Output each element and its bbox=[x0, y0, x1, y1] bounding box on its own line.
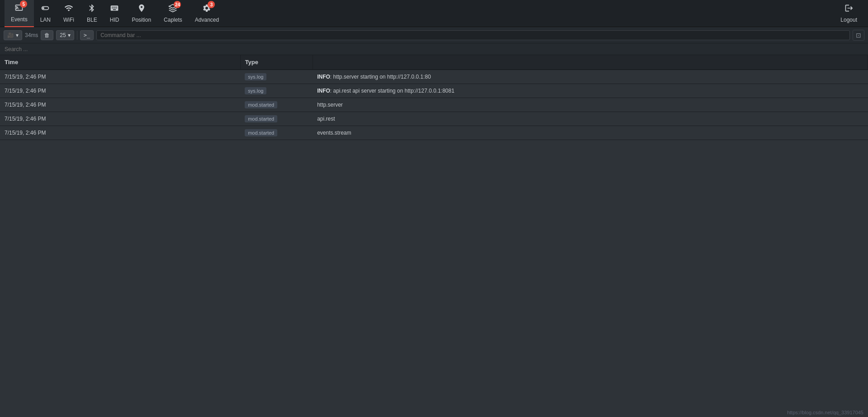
table-row[interactable]: 7/15/19, 2:46 PMmod.startedhttp.server bbox=[0, 98, 868, 112]
count-dropdown-icon: ▾ bbox=[68, 32, 71, 38]
nav-label-events: Events bbox=[11, 16, 28, 23]
bluetooth-icon bbox=[87, 4, 96, 15]
events-badge: 5 bbox=[20, 0, 27, 8]
cell-message: api.rest bbox=[313, 112, 868, 126]
nav-label-ble: BLE bbox=[87, 17, 97, 23]
nav-label-advanced: Advanced bbox=[195, 17, 219, 23]
nav-label-lan: LAN bbox=[40, 17, 51, 23]
terminal-prompt-icon: >_ bbox=[84, 32, 90, 38]
filter-dropdown-icon: ▾ bbox=[16, 32, 19, 38]
trash-icon: 🗑 bbox=[44, 32, 50, 38]
expand-icon: ⊡ bbox=[856, 32, 861, 39]
count-value: 25 bbox=[60, 32, 66, 38]
wifi-icon bbox=[64, 4, 73, 15]
nav-item-caplets[interactable]: 24 Caplets bbox=[157, 0, 189, 27]
message-bold: INFO bbox=[317, 74, 330, 80]
advanced-badge: 3 bbox=[208, 1, 215, 8]
caplets-icon: 24 bbox=[168, 4, 177, 15]
cell-time: 7/15/19, 2:46 PM bbox=[0, 126, 240, 140]
message-bold: INFO bbox=[317, 88, 330, 94]
latency-display: 34ms bbox=[25, 32, 38, 38]
search-input[interactable] bbox=[5, 46, 95, 52]
terminal-icon: 5 bbox=[14, 3, 24, 14]
events-table: Time Type 7/15/19, 2:46 PMsys.logINFO: h… bbox=[0, 55, 868, 140]
camera-icon: 🎥 bbox=[7, 32, 14, 38]
keyboard-icon bbox=[110, 4, 119, 15]
col-time: Time bbox=[0, 55, 240, 70]
cell-time: 7/15/19, 2:46 PM bbox=[0, 84, 240, 98]
nav-item-events[interactable]: 5 Events bbox=[5, 0, 34, 27]
type-tag: mod.started bbox=[245, 101, 277, 108]
caplets-badge: 24 bbox=[174, 1, 181, 8]
cell-type: sys.log bbox=[240, 84, 313, 98]
nav-item-position[interactable]: Position bbox=[125, 0, 157, 27]
type-tag: mod.started bbox=[245, 129, 277, 136]
nav-label-wifi: WiFi bbox=[63, 17, 74, 23]
logout-icon bbox=[844, 4, 854, 15]
cell-message: events.stream bbox=[313, 126, 868, 140]
type-tag: sys.log bbox=[245, 73, 266, 80]
navbar: 5 Events LAN WiFi BLE HID Position bbox=[0, 0, 868, 27]
clear-button[interactable]: 🗑 bbox=[41, 30, 53, 40]
toolbar: 🎥 ▾ 34ms 🗑 25 ▾ >_ ⊡ bbox=[0, 27, 868, 43]
cell-time: 7/15/19, 2:46 PM bbox=[0, 112, 240, 126]
position-icon bbox=[137, 4, 146, 15]
nav-item-wifi[interactable]: WiFi bbox=[57, 0, 81, 27]
footer: https://blog.csdn.net/qq_33917045 bbox=[783, 408, 868, 417]
count-button[interactable]: 25 ▾ bbox=[56, 30, 74, 40]
events-table-container: Time Type 7/15/19, 2:46 PMsys.logINFO: h… bbox=[0, 55, 868, 140]
nav-item-ble[interactable]: BLE bbox=[81, 0, 104, 27]
logout-button[interactable]: Logout bbox=[834, 0, 863, 27]
cell-message: http.server bbox=[313, 98, 868, 112]
cell-type: sys.log bbox=[240, 70, 313, 84]
table-row[interactable]: 7/15/19, 2:46 PMmod.startedevents.stream bbox=[0, 126, 868, 140]
table-row[interactable]: 7/15/19, 2:46 PMsys.logINFO: api.rest ap… bbox=[0, 84, 868, 98]
col-type: Type bbox=[240, 55, 313, 70]
cell-message: INFO: http.server starting on http://127… bbox=[313, 70, 868, 84]
cell-type: mod.started bbox=[240, 112, 313, 126]
terminal-button[interactable]: >_ bbox=[80, 30, 94, 40]
gear-icon: 3 bbox=[202, 4, 211, 15]
cell-time: 7/15/19, 2:46 PM bbox=[0, 98, 240, 112]
search-bar bbox=[0, 43, 868, 55]
cell-message: INFO: api.rest api server starting on ht… bbox=[313, 84, 868, 98]
expand-button[interactable]: ⊡ bbox=[853, 30, 864, 41]
toolbar-divider bbox=[77, 31, 77, 40]
filter-button[interactable]: 🎥 ▾ bbox=[4, 30, 22, 40]
table-header-row: Time Type bbox=[0, 55, 868, 70]
nav-item-lan[interactable]: LAN bbox=[34, 0, 57, 27]
nav-label-caplets: Caplets bbox=[164, 17, 182, 23]
logout-label: Logout bbox=[840, 17, 857, 23]
cell-type: mod.started bbox=[240, 98, 313, 112]
table-row[interactable]: 7/15/19, 2:46 PMsys.logINFO: http.server… bbox=[0, 70, 868, 84]
command-bar-input[interactable] bbox=[96, 30, 850, 40]
footer-url: https://blog.csdn.net/qq_33917045 bbox=[787, 410, 863, 415]
nav-label-hid: HID bbox=[110, 17, 119, 23]
type-tag: mod.started bbox=[245, 115, 277, 122]
col-message bbox=[313, 55, 868, 70]
table-body: 7/15/19, 2:46 PMsys.logINFO: http.server… bbox=[0, 70, 868, 140]
type-tag: sys.log bbox=[245, 87, 266, 94]
cell-type: mod.started bbox=[240, 126, 313, 140]
nav-item-hid[interactable]: HID bbox=[104, 0, 126, 27]
table-row[interactable]: 7/15/19, 2:46 PMmod.startedapi.rest bbox=[0, 112, 868, 126]
nav-label-position: Position bbox=[132, 17, 151, 23]
lan-icon bbox=[41, 4, 50, 15]
cell-time: 7/15/19, 2:46 PM bbox=[0, 70, 240, 84]
nav-item-advanced[interactable]: 3 Advanced bbox=[189, 0, 225, 27]
